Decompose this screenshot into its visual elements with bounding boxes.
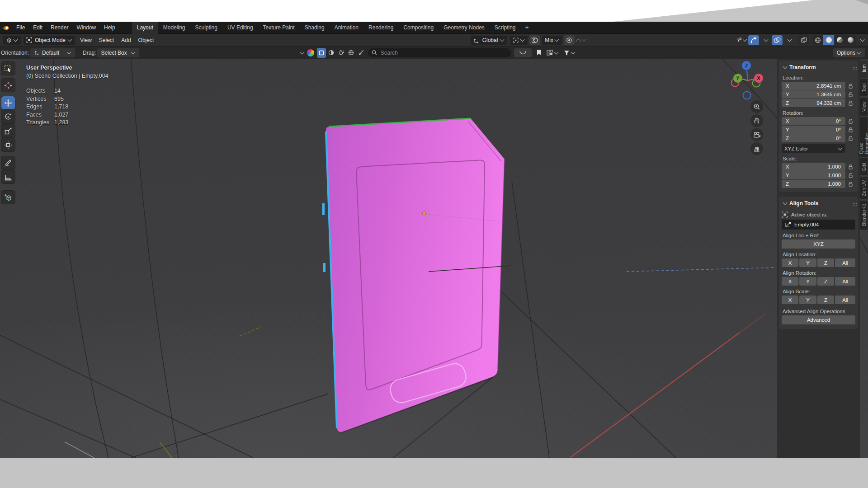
options-button[interactable]: Options — [833, 48, 865, 57]
falloff-curve-button[interactable] — [514, 48, 532, 57]
lock-scale-y[interactable] — [845, 173, 855, 178]
align-scale-z[interactable]: Z — [817, 296, 834, 304]
align-location-x[interactable]: X — [782, 258, 798, 267]
location-z-field[interactable]: Z 94.332 cm — [782, 99, 845, 107]
menu-object[interactable]: Object — [135, 37, 158, 43]
bookmark-button[interactable] — [533, 48, 544, 58]
menu-select[interactable]: Select — [95, 37, 118, 43]
workspace-tab-rendering[interactable]: Rendering — [363, 22, 398, 34]
lock-location-y[interactable] — [845, 92, 855, 98]
xray-toggle[interactable] — [798, 35, 809, 45]
sidebar-tab-tool[interactable]: Tool — [860, 79, 868, 96]
editor-type-dropdown[interactable] — [3, 36, 21, 45]
scale-x-field[interactable]: X 1.000 — [782, 163, 845, 171]
scale-z-field[interactable]: Z 1.000 — [782, 180, 845, 188]
shading-material-button[interactable] — [834, 35, 845, 45]
tool-move[interactable] — [1, 96, 15, 109]
zoom-button[interactable] — [750, 100, 763, 113]
add-workspace-button[interactable]: + — [521, 22, 533, 34]
shading-dropdown[interactable] — [856, 35, 867, 45]
filter-brush-toggle[interactable] — [357, 48, 366, 58]
workspace-tab-sculpting[interactable]: Sculpting — [190, 22, 222, 34]
align-rotation-x[interactable]: X — [782, 277, 798, 286]
sd-card-object[interactable] — [322, 118, 505, 432]
search-input[interactable] — [380, 49, 507, 56]
tool-orientation-dropdown[interactable]: Default — [30, 48, 75, 57]
menu-window[interactable]: Window — [72, 22, 100, 33]
filter-dropdown[interactable] — [561, 48, 578, 58]
material-preview-sphere-icon[interactable] — [307, 49, 314, 56]
tool-measure[interactable] — [1, 170, 15, 183]
filter-droplet-toggle[interactable] — [337, 48, 346, 58]
camera-view-button[interactable] — [750, 128, 763, 141]
align-rotation-all[interactable]: All — [835, 277, 855, 286]
menu-add[interactable]: Add — [118, 37, 134, 43]
snap-target-dropdown[interactable]: Mix — [542, 36, 562, 45]
align-location-y[interactable]: Y — [799, 258, 816, 267]
menu-file[interactable]: File — [12, 22, 29, 33]
rotation-y-field[interactable]: Y 0° — [782, 126, 845, 134]
align-locrot-xyz-button[interactable]: XYZ — [782, 239, 855, 249]
pivot-point-dropdown[interactable] — [510, 36, 528, 45]
advanced-align-button[interactable]: Advanced — [782, 315, 855, 324]
blender-logo-icon[interactable] — [2, 24, 9, 31]
rotation-z-field[interactable]: Z 0° — [782, 134, 845, 142]
gizmos-toggle[interactable] — [748, 35, 759, 45]
sidebar-tab-zen-uv[interactable]: Zen UV — [860, 177, 868, 199]
tool-cursor[interactable] — [1, 79, 15, 92]
panel-drag-handle[interactable] — [853, 203, 854, 204]
menu-render[interactable]: Render — [47, 22, 72, 33]
align-rotation-y[interactable]: Y — [799, 277, 816, 286]
workspace-tab-scripting[interactable]: Scripting — [490, 22, 521, 34]
sidebar-tab-blenderkit[interactable]: BlenderKit — [860, 201, 868, 230]
object-visibility-dropdown[interactable] — [736, 35, 747, 45]
active-object-field[interactable]: Empty.004 — [782, 220, 855, 230]
workspace-tab-layout[interactable]: Layout — [132, 22, 158, 34]
orthographic-toggle-button[interactable] — [750, 142, 763, 155]
proportional-falloff-dropdown[interactable] — [576, 35, 586, 45]
tool-add-cube[interactable] — [1, 191, 15, 204]
shading-solid-button[interactable] — [823, 35, 834, 45]
workspace-tab-shading[interactable]: Shading — [300, 22, 330, 34]
tool-annotate[interactable] — [1, 156, 15, 169]
align-location-all[interactable]: All — [835, 258, 855, 267]
transform-panel-header[interactable]: Transform — [782, 63, 855, 72]
sidebar-tab-item[interactable]: Item — [860, 61, 868, 78]
drag-mode-dropdown[interactable]: Select Box — [97, 48, 139, 57]
proportional-editing-toggle[interactable] — [564, 35, 575, 45]
tool-transform[interactable] — [1, 138, 15, 151]
filter-selectable-toggle[interactable] — [317, 48, 326, 58]
transform-orientation-dropdown[interactable]: Global — [471, 36, 508, 45]
lock-location-z[interactable] — [845, 100, 855, 106]
panel-drag-handle[interactable] — [853, 67, 854, 68]
shading-wireframe-button[interactable] — [812, 35, 823, 45]
location-x-field[interactable]: X 2.8941 cm — [782, 82, 845, 90]
align-location-z[interactable]: Z — [817, 258, 834, 267]
rotation-mode-dropdown[interactable]: XYZ Euler — [782, 144, 845, 153]
lock-rotation-y[interactable] — [845, 127, 855, 133]
gizmo-neg-z-ball[interactable] — [743, 92, 751, 99]
lock-rotation-x[interactable] — [845, 118, 855, 124]
filter-collapse-chevron[interactable] — [300, 50, 304, 54]
workspace-tab-uv-editing[interactable]: UV Editing — [222, 22, 258, 34]
rotation-x-field[interactable]: X 0° — [782, 117, 845, 125]
filter-world-toggle[interactable] — [347, 48, 356, 58]
scale-y-field[interactable]: Y 1.000 — [782, 171, 845, 179]
menu-edit[interactable]: Edit — [29, 22, 47, 33]
lock-scale-z[interactable] — [845, 181, 855, 187]
navigation-gizmo[interactable]: Z Y X — [725, 58, 770, 103]
mode-dropdown[interactable]: Object Mode — [24, 36, 75, 45]
snap-toggle[interactable] — [529, 35, 540, 45]
tool-select-box[interactable] — [1, 62, 15, 75]
workspace-tab-texture-paint[interactable]: Texture Paint — [258, 22, 300, 34]
align-scale-y[interactable]: Y — [799, 296, 816, 304]
overlays-dropdown[interactable] — [783, 35, 794, 45]
menu-view[interactable]: View — [76, 37, 95, 43]
workspace-tab-modeling[interactable]: Modeling — [158, 22, 190, 34]
tool-rotate[interactable] — [1, 110, 15, 123]
align-scale-all[interactable]: All — [835, 296, 855, 304]
align-scale-x[interactable]: X — [782, 296, 798, 304]
workspace-tab-geometry-nodes[interactable]: Geometry Nodes — [439, 22, 490, 34]
sidebar-tab-edit[interactable]: Edit — [860, 158, 868, 175]
workspace-tab-animation[interactable]: Animation — [330, 22, 363, 34]
